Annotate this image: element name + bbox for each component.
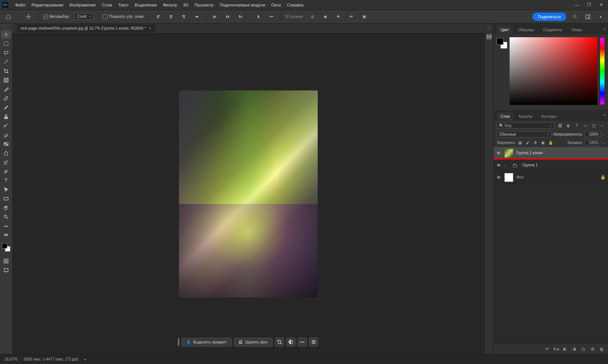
- menu-edit[interactable]: Редактирование: [28, 1, 66, 9]
- lasso-tool[interactable]: [1, 49, 11, 57]
- doc-info[interactable]: 3000 пикс. x 4477 пикс. (72 ppi): [24, 357, 78, 361]
- document-tab[interactable]: nick-page-zIw0owIGNtc-unsplash.jpg @ 16,…: [17, 24, 155, 32]
- crop-tool[interactable]: [1, 67, 11, 75]
- zoom-level[interactable]: 16,67%: [5, 357, 17, 361]
- layer-mask-icon[interactable]: ◐: [562, 347, 568, 351]
- visibility-toggle[interactable]: 👁: [496, 175, 501, 180]
- lock-artboard-icon[interactable]: ▣: [540, 141, 546, 145]
- filter-smart-icon[interactable]: ◫: [591, 123, 597, 129]
- edit-toolbar-icon[interactable]: [1, 231, 11, 239]
- tab-gradients[interactable]: Градиенты: [539, 25, 566, 34]
- opacity-input[interactable]: 100%: [584, 131, 600, 137]
- distribute-h-icon[interactable]: [193, 13, 201, 21]
- menu-file[interactable]: Файл: [12, 1, 28, 9]
- link-layers-icon[interactable]: ⚯: [544, 347, 549, 351]
- tab-patterns[interactable]: Узоры: [568, 25, 586, 34]
- menu-plugins[interactable]: Подключаемые модули: [217, 1, 268, 9]
- panel-foreground[interactable]: [497, 38, 504, 45]
- layer-row[interactable]: 👁 Фон 🔒: [494, 171, 608, 184]
- menu-view[interactable]: Просмотр: [192, 1, 217, 9]
- tab-swatches[interactable]: Образцы: [514, 25, 538, 34]
- color-swatches[interactable]: [2, 243, 10, 252]
- remove-background-button[interactable]: 🖼Удалить фон: [234, 338, 272, 347]
- context-crop-icon[interactable]: [275, 337, 284, 347]
- layer-name[interactable]: Группа 1: [522, 163, 538, 167]
- autoselect-dropdown[interactable]: Слой: [74, 13, 93, 20]
- align-hc-icon[interactable]: [167, 13, 175, 21]
- path-select-tool[interactable]: [1, 185, 11, 194]
- blend-mode-dropdown[interactable]: Обычные: [497, 131, 551, 138]
- 3d-slide-icon[interactable]: ⇄: [347, 13, 355, 21]
- lock-all-icon[interactable]: 🔒: [548, 141, 553, 145]
- window-close-icon[interactable]: ✕: [597, 1, 606, 9]
- hue-slider[interactable]: [600, 37, 605, 105]
- select-subject-button[interactable]: 👤Выделить предмет: [181, 338, 231, 347]
- dodge-tool[interactable]: [1, 158, 11, 166]
- context-bar-handle[interactable]: [178, 338, 179, 346]
- pen-tool[interactable]: [1, 167, 11, 176]
- expand-arrow-icon[interactable]: ›: [504, 163, 507, 168]
- 3d-orbit-icon[interactable]: ◎: [308, 13, 317, 21]
- healing-tool[interactable]: [1, 94, 11, 103]
- tab-paths[interactable]: Контуры: [538, 112, 560, 121]
- menu-layers[interactable]: Слои: [99, 1, 115, 9]
- screenmode-tool[interactable]: [1, 266, 11, 274]
- home-button[interactable]: [3, 11, 14, 22]
- info-menu-icon[interactable]: ▸: [84, 357, 86, 361]
- rectangle-tool[interactable]: [1, 195, 11, 203]
- lock-transparency-icon[interactable]: ▦: [518, 141, 523, 145]
- text-tool[interactable]: [1, 176, 11, 185]
- 3d-roll-icon[interactable]: ◉: [321, 13, 329, 21]
- panel-menu-icon[interactable]: ▸: [597, 13, 605, 21]
- menu-window[interactable]: Окно: [268, 1, 284, 9]
- visibility-toggle[interactable]: 👁: [496, 163, 501, 168]
- context-more-icon[interactable]: •••: [298, 337, 307, 347]
- collapsed-tab-icon[interactable]: [485, 33, 493, 41]
- tab-layers[interactable]: Слои: [497, 112, 513, 121]
- align-vc-icon[interactable]: [223, 13, 232, 21]
- canvas[interactable]: [179, 90, 318, 298]
- fill-input[interactable]: 100%: [584, 140, 600, 146]
- hand-tool[interactable]: [1, 204, 11, 212]
- workspace-icon[interactable]: [584, 13, 592, 21]
- distribute-v-icon[interactable]: [254, 13, 263, 21]
- gradient-tool[interactable]: [1, 140, 11, 148]
- 3d-pan-icon[interactable]: ✥: [334, 13, 342, 21]
- context-adjust-icon[interactable]: [287, 337, 296, 347]
- layer-name[interactable]: Группа 1 копия: [516, 151, 543, 155]
- eyedropper-tool[interactable]: [1, 85, 11, 93]
- filter-pixel-icon[interactable]: 🖼: [557, 123, 563, 129]
- layer-thumbnail[interactable]: [504, 149, 513, 158]
- panel-menu-icon[interactable]: ≡: [603, 27, 606, 31]
- tab-channels[interactable]: Каналы: [515, 112, 536, 121]
- filter-text-icon[interactable]: T: [574, 123, 580, 129]
- context-settings-icon[interactable]: [309, 337, 318, 347]
- menu-image[interactable]: Изображение: [66, 1, 99, 9]
- more-align-icon[interactable]: •••: [267, 13, 276, 21]
- layer-filter-dropdown[interactable]: 🔍 Вид ⌄: [497, 122, 555, 129]
- autoselect-checkbox[interactable]: Автовыбор:: [43, 14, 70, 19]
- layer-fx-icon[interactable]: fx◂: [553, 347, 559, 351]
- expand-panels-icon[interactable]: ‹‹: [488, 26, 490, 29]
- menu-text[interactable]: Текст: [115, 1, 132, 9]
- window-minimize-icon[interactable]: ―: [572, 1, 581, 9]
- lock-icon[interactable]: 🔒: [600, 175, 606, 180]
- delete-layer-icon[interactable]: 🗑: [599, 347, 604, 351]
- blur-tool[interactable]: [1, 149, 11, 157]
- layer-name[interactable]: Фон: [516, 175, 524, 179]
- layer-thumbnail[interactable]: [504, 173, 513, 182]
- layer-row[interactable]: 👁 Группа 1 копия: [494, 147, 608, 159]
- filter-shape-icon[interactable]: ▭: [582, 123, 588, 129]
- tab-color[interactable]: Цвет: [497, 25, 513, 34]
- align-left-icon[interactable]: [154, 13, 162, 21]
- show-controls-checkbox[interactable]: Показать упр. элем.: [103, 14, 144, 19]
- filter-adjust-icon[interactable]: ◐: [565, 123, 572, 129]
- frame-tool[interactable]: [1, 76, 11, 84]
- filter-toggle[interactable]: ●: [599, 123, 605, 129]
- new-layer-icon[interactable]: ⊞: [590, 347, 595, 351]
- align-top-icon[interactable]: [211, 13, 219, 21]
- search-icon[interactable]: [571, 13, 579, 21]
- share-button[interactable]: Поделиться: [532, 13, 566, 21]
- move-tool-icon[interactable]: [23, 11, 34, 22]
- menu-select[interactable]: Выделение: [132, 1, 160, 9]
